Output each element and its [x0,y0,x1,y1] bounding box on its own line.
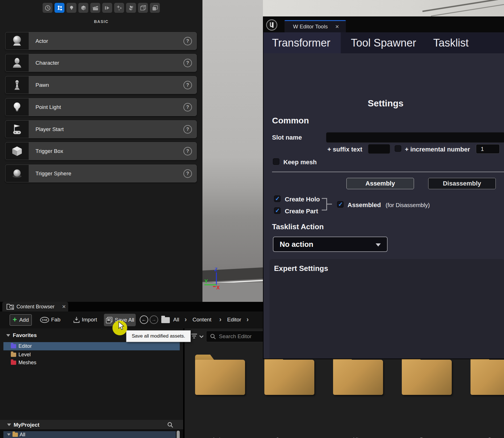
folder-icon [470,360,504,395]
back-navigation-icon[interactable]: ← [140,315,148,324]
tab-tool-spawner[interactable]: Tool Spawner [341,32,426,53]
window-titlebar[interactable]: W Editor Tools [263,17,504,32]
close-icon[interactable] [335,24,339,30]
volumes-category-icon[interactable] [138,3,148,13]
chevron-down-icon[interactable] [7,433,11,436]
purple-folder-icon [11,344,16,348]
actor-row-actor[interactable]: Actor [5,32,197,50]
gizmo-x-label: X [216,285,220,290]
actor-row-character[interactable]: Character [5,54,197,72]
tool-tab-bar: Transformer Tool Spawner Tasklist [263,32,504,53]
my-project-heading: MyProject [14,422,39,428]
breadcrumb-item-all[interactable]: All [173,317,179,323]
slot-name-label: Slot name [272,134,302,141]
shapes-category-icon[interactable] [78,3,88,13]
breadcrumb-chevron-icon [246,315,249,323]
chevron-down-icon [376,243,381,247]
suffix-text-input[interactable] [368,144,390,154]
keep-mesh-checkbox[interactable] [273,158,279,165]
favorites-item-level[interactable]: Level [3,351,180,359]
slot-name-input[interactable] [326,132,504,143]
folder-tile-misc[interactable] [333,355,383,395]
create-part-checkbox[interactable] [274,207,281,214]
window-tab-title: W Editor Tools [293,24,328,30]
search-icon[interactable] [167,422,173,428]
help-icon[interactable] [183,125,192,134]
tasklist-action-dropdown[interactable]: No action [273,237,388,252]
actor-row-trigger-box[interactable]: Trigger Box [5,142,197,160]
tab-tasklist[interactable]: Tasklist [426,32,476,53]
favorites-item-meshes[interactable]: Meshes [3,359,180,367]
actor-row-pawn[interactable]: Pawn [5,76,197,94]
trigger-box-cube-icon [5,142,29,160]
content-browser-tab[interactable]: Content Browser [2,302,68,311]
help-icon[interactable] [183,37,192,45]
geometry-category-icon[interactable] [126,3,136,13]
help-icon[interactable] [183,81,192,89]
assembled-label: Assembled [348,201,381,209]
actor-row-label: Pawn [29,76,196,94]
create-holo-checkbox[interactable] [274,195,281,202]
fab-button-label[interactable]: Fab [51,317,60,323]
svg-text:FAB: FAB [42,318,47,321]
help-icon[interactable] [183,169,192,178]
cinematic-category-icon[interactable] [90,3,100,13]
import-button-label[interactable]: Import [82,317,97,323]
basic-category-icon[interactable] [55,3,64,13]
ceiling-slat-line [431,4,504,16]
tree-item-all[interactable]: All [3,431,176,438]
viewport-3d-strip[interactable] [202,0,263,302]
my-project-folder-tree: All Content BasicContent CommonAssemblin… [0,429,183,438]
viewport-ceiling-corner [263,0,504,16]
expert-settings-section[interactable]: Expert Settings [269,259,504,359]
content-browser-tab-label: Content Browser [16,304,55,310]
tree-item-label: All [20,432,25,438]
actor-row-player-start[interactable]: Player Start [5,120,197,138]
folder-tile-structs[interactable] [470,355,504,395]
help-icon[interactable] [183,147,192,155]
section-divider [272,172,504,172]
assembled-note: (for Disassembly) [386,202,430,209]
folder-tile-actions[interactable] [195,355,245,395]
breadcrumb-item-editor[interactable]: Editor [227,317,241,323]
folder-icon [402,360,452,395]
breadcrumb-item-content[interactable]: Content [193,317,212,323]
actor-row-trigger-sphere[interactable]: Trigger Sphere [5,165,197,182]
red-folder-icon [11,361,16,365]
chevron-down-icon[interactable] [7,424,11,426]
all-classes-category-icon[interactable] [150,3,160,13]
media-category-icon[interactable] [102,3,112,13]
favorites-heading[interactable]: Favorites [13,332,37,338]
disassembly-button[interactable]: Disassembly [428,178,496,189]
chevron-down-icon[interactable] [6,334,10,337]
favorites-item-editor[interactable]: Editor [3,342,180,350]
folder-name: Actions [195,437,245,438]
folder-tile-components[interactable] [264,355,314,395]
my-project-header[interactable]: MyProject [0,420,183,429]
tab-transformer[interactable]: Transformer [263,32,341,53]
recently-placed-icon[interactable] [43,3,53,13]
fab-icon[interactable]: FAB [40,317,49,323]
expert-settings-heading: Expert Settings [274,264,328,273]
player-start-flag-icon [5,121,29,138]
basic-section-label: BASIC [0,19,202,24]
filter-icon[interactable] [190,333,198,339]
assembled-checkbox[interactable] [337,201,344,208]
incremental-number-input[interactable]: 1 [476,144,500,154]
help-icon[interactable] [183,59,192,67]
actor-row-point-light[interactable]: Point Light [5,98,197,116]
add-button[interactable]: Add [10,314,32,326]
folder-tile-pages[interactable] [402,355,452,395]
import-icon[interactable] [73,316,80,324]
lights-category-icon[interactable] [66,3,76,13]
assembly-button[interactable]: Assembly [346,178,414,189]
incremental-number-checkbox[interactable] [395,145,401,152]
gizmo-y-label: Y [204,279,208,284]
chevron-down-icon[interactable] [199,335,204,338]
help-icon[interactable] [183,103,192,111]
tree-scrollbar[interactable] [177,431,180,438]
close-icon[interactable] [62,304,66,310]
window-document-tab[interactable]: W Editor Tools [285,20,346,32]
visual-effects-category-icon[interactable] [114,3,124,13]
forward-navigation-icon[interactable]: → [150,315,158,324]
